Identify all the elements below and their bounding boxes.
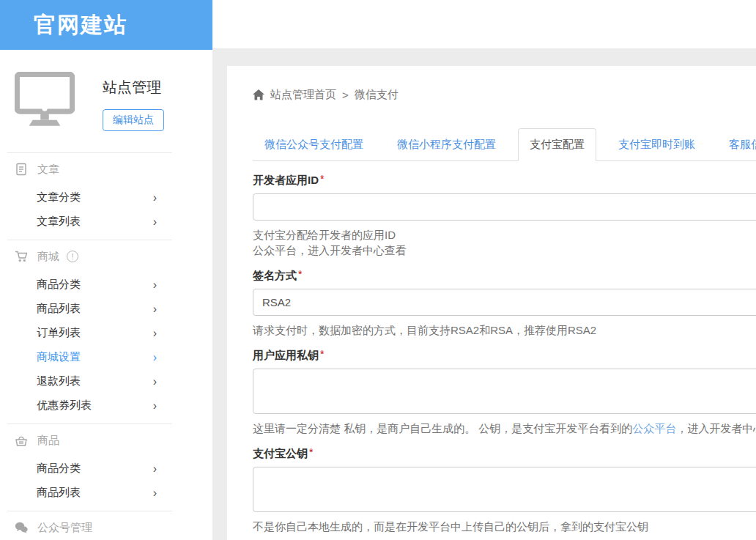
help-line: 公众平台，进入开发者中心查看 — [253, 243, 756, 258]
tab-wechat-official-pay[interactable]: 微信公众号支付配置 — [253, 128, 375, 161]
sidebar-item-product-category[interactable]: 商品分类 › — [0, 456, 212, 481]
content-card: 站点管理首页 > 微信支付 微信公众号支付配置 微信小程序支付配置 支付宝配置 … — [227, 66, 756, 540]
sidebar-item-product-list[interactable]: 商品列表 › — [0, 481, 212, 505]
sidebar-section-goods-header: 商品 — [0, 424, 212, 456]
field-help: 请求支付时，数据加密的方式，目前支持RSA2和RSA，推荐使用RSA2 — [253, 322, 756, 338]
sidebar-item-official-account-management[interactable]: 公众号管理 — [0, 511, 212, 540]
sidebar-item-label: 优惠券列表 — [37, 399, 92, 413]
main-content: 站点管理首页 > 微信支付 微信公众号支付配置 微信小程序支付配置 支付宝配置 … — [212, 48, 756, 540]
site-info: 站点管理 编辑站点 — [103, 78, 164, 131]
sidebar-section-goods: 商品 商品分类 › 商品列表 › — [0, 424, 212, 511]
sidebar-item-label: 退款列表 — [37, 374, 81, 388]
form-group-user-private-key: 用户应用私钥* 这里请一定分清楚 私钥，是商户自己生成的。 公钥，是支付宝开发平… — [253, 349, 756, 436]
sidebar-item-goods-list[interactable]: 商品列表 › — [0, 297, 212, 321]
site-panel: 站点管理 编辑站点 — [0, 50, 212, 131]
sidebar-section-mall-header: 商城 ! — [0, 240, 212, 273]
sidebar-item-article-list[interactable]: 文章列表 › — [0, 210, 212, 234]
basket-icon — [15, 434, 28, 447]
chevron-right-icon: › — [153, 352, 157, 363]
sidebar-item-label: 文章分类 — [37, 191, 81, 204]
tab-bar: 微信公众号支付配置 微信小程序支付配置 支付宝配置 支付宝即时到账 客服信息 — [253, 128, 756, 161]
help-public-platform-link[interactable]: 公众平台 — [632, 422, 676, 434]
required-mark: * — [309, 446, 313, 458]
breadcrumb-separator: > — [342, 89, 349, 101]
tab-alipay-config[interactable]: 支付宝配置 — [518, 128, 596, 161]
form-group-alipay-public-key: 支付宝公钥* 不是你自己本地生成的，而是在开发平台中上传自己的公钥后，拿到的支付… — [253, 447, 756, 534]
sidebar-section-label: 商城 — [37, 250, 59, 264]
field-help: 支付宝分配给开发者的应用ID 公众平台，进入开发者中心查看 — [253, 227, 756, 258]
required-mark: * — [320, 173, 324, 185]
sidebar-item-label: 商城设置 — [37, 350, 81, 364]
tab-alipay-instant[interactable]: 支付宝即时到账 — [607, 128, 707, 161]
chevron-right-icon: › — [153, 279, 157, 291]
tab-wechat-miniprogram-pay[interactable]: 微信小程序支付配置 — [385, 128, 508, 161]
alipay-public-key-field[interactable] — [253, 467, 756, 512]
developer-app-id-field[interactable] — [253, 193, 756, 221]
sidebar-section-mall: 商城 ! 商品分类 › 商品列表 › 订单列表 › 商城设置 › 退款列表 › … — [0, 240, 212, 424]
sidebar-section-article-header: 文章 — [0, 153, 212, 185]
sidebar-item-article-category[interactable]: 文章分类 › — [0, 185, 212, 210]
article-icon — [15, 163, 28, 176]
help-line: 不是你自己本地生成的，而是在开发平台中上传自己的公钥后，拿到的支付宝公钥 — [253, 519, 756, 534]
info-icon: ! — [67, 251, 78, 262]
chevron-right-icon: › — [153, 303, 157, 315]
sidebar-item-label: 文章列表 — [37, 215, 81, 229]
field-help: 不是你自己本地生成的，而是在开发平台中上传自己的公钥后，拿到的支付宝公钥 — [253, 519, 756, 534]
alipay-config-form: 开发者应用ID* 支付宝分配给开发者的应用ID 公众平台，进入开发者中心查看 签… — [253, 174, 756, 540]
chevron-right-icon: › — [153, 487, 157, 499]
field-label: 开发者应用ID — [253, 174, 319, 186]
home-icon — [253, 89, 264, 100]
help-line: ，进入开发者中心重置 — [676, 422, 756, 434]
sidebar-item-refund-list[interactable]: 退款列表 › — [0, 369, 212, 393]
chevron-right-icon: › — [153, 376, 157, 388]
site-title: 站点管理 — [103, 78, 164, 97]
monitor-icon — [15, 72, 75, 129]
form-group-developer-app-id: 开发者应用ID* 支付宝分配给开发者的应用ID 公众平台，进入开发者中心查看 — [253, 174, 756, 258]
sidebar: 站点管理 编辑站点 文章 文章分类 › 文章列表 › — [0, 50, 212, 540]
sidebar-item-label: 商品列表 — [37, 486, 81, 500]
chevron-right-icon: › — [153, 400, 157, 412]
sidebar-item-coupon-list[interactable]: 优惠券列表 › — [0, 393, 212, 418]
help-line: 请求支付时，数据加密的方式，目前支持RSA2和RSA，推荐使用RSA2 — [253, 322, 756, 338]
edit-site-button[interactable]: 编辑站点 — [103, 109, 164, 131]
sign-type-field[interactable] — [253, 289, 756, 316]
form-group-sign-type: 签名方式* 请求支付时，数据加密的方式，目前支持RSA2和RSA，推荐使用RSA… — [253, 269, 756, 338]
sidebar-item-mall-settings[interactable]: 商城设置 › — [0, 345, 212, 369]
required-mark: * — [320, 348, 324, 360]
sidebar-section-official-account: 公众号管理 — [0, 511, 212, 540]
sidebar-item-order-list[interactable]: 订单列表 › — [0, 321, 212, 345]
app-logo[interactable]: 官网建站 — [0, 0, 212, 50]
sidebar-section-label: 商品 — [37, 434, 59, 448]
chevron-right-icon: › — [153, 216, 157, 228]
sidebar-section-label: 公众号管理 — [37, 521, 92, 535]
field-label: 支付宝公钥 — [253, 447, 308, 459]
field-label: 签名方式 — [253, 269, 297, 281]
chevron-right-icon: › — [153, 328, 157, 339]
field-help: 这里请一定分清楚 私钥，是商户自己生成的。 公钥，是支付宝开发平台看到的公众平台… — [253, 421, 756, 436]
user-private-key-field[interactable] — [253, 369, 756, 414]
sidebar-item-label: 订单列表 — [37, 326, 81, 340]
help-line: 这里请一定分清楚 私钥，是商户自己生成的。 公钥，是支付宝开发平台看到的 — [253, 422, 632, 434]
cart-icon — [15, 250, 28, 263]
wechat-icon — [15, 521, 28, 534]
sidebar-item-label: 商品列表 — [37, 302, 81, 316]
sidebar-item-label: 商品分类 — [37, 462, 81, 476]
chevron-right-icon: › — [153, 463, 157, 475]
breadcrumb-root-link[interactable]: 站点管理首页 — [270, 88, 336, 102]
sidebar-section-article: 文章 文章分类 › 文章列表 › — [0, 153, 212, 240]
chevron-right-icon: › — [153, 192, 157, 204]
sidebar-item-label: 商品分类 — [37, 278, 81, 292]
help-line: 支付宝分配给开发者的应用ID — [253, 227, 756, 243]
required-mark: * — [298, 268, 302, 280]
breadcrumb-current: 微信支付 — [355, 88, 399, 102]
sidebar-section-label: 文章 — [37, 163, 59, 177]
sidebar-item-goods-category[interactable]: 商品分类 › — [0, 273, 212, 297]
field-label: 用户应用私钥 — [253, 349, 319, 361]
topbar — [212, 0, 756, 48]
tab-customer-service[interactable]: 客服信息 — [717, 128, 756, 161]
breadcrumb: 站点管理首页 > 微信支付 — [253, 88, 756, 102]
